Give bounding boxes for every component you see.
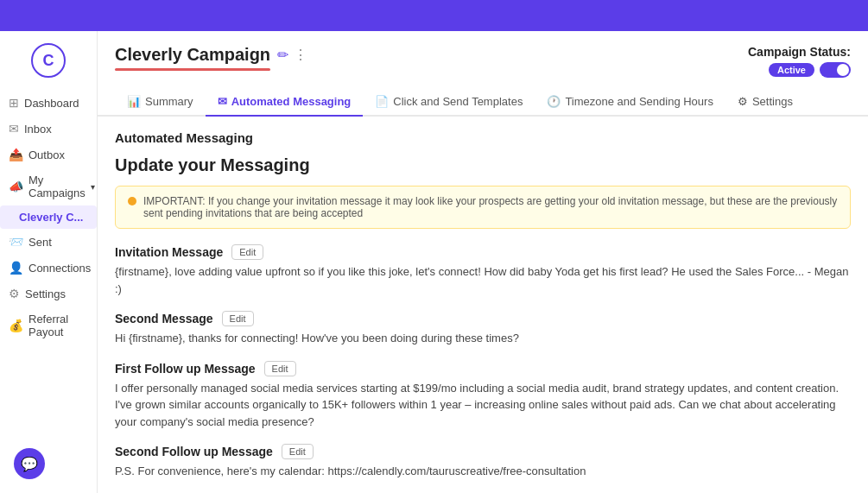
timezone-tab-icon: 🕐 xyxy=(547,95,561,108)
inbox-icon: ✉ xyxy=(9,122,19,136)
automated-messaging-tab-icon: ✉ xyxy=(218,95,227,108)
message-block-first-follow-up: First Follow up Message Edit I offer per… xyxy=(115,361,851,431)
first-follow-up-edit-button[interactable]: Edit xyxy=(264,361,296,376)
campaign-underline xyxy=(115,68,270,71)
tab-summary[interactable]: 📊 Summary xyxy=(115,88,206,117)
second-follow-up-edit-button[interactable]: Edit xyxy=(282,444,314,459)
second-follow-up-label: Second Follow up Message xyxy=(115,445,273,458)
update-messaging-title: Update your Messaging xyxy=(115,155,851,175)
sidebar-item-dashboard[interactable]: ⊞ Dashboard xyxy=(0,90,97,116)
toggle-knob xyxy=(837,64,849,76)
tab-timezone[interactable]: 🕐 Timezone and Sending Hours xyxy=(535,88,725,117)
chevron-down-icon: ▾ xyxy=(91,182,95,192)
campaign-status-label: Campaign Status: xyxy=(748,45,851,59)
content-area: Automated Messaging Update your Messagin… xyxy=(98,117,868,493)
dashboard-icon: ⊞ xyxy=(9,96,19,110)
second-message-text: Hi {firstname}, thanks for connecting! H… xyxy=(115,330,851,347)
second-follow-up-text: P.S. For convenience, here's my calendar… xyxy=(115,463,851,480)
campaign-status: Campaign Status: Active xyxy=(748,45,851,78)
sidebar-item-settings[interactable]: ⚙ Settings xyxy=(0,281,97,307)
sidebar-item-inbox[interactable]: ✉ Inbox xyxy=(0,116,97,142)
message-block-second-follow-up: Second Follow up Message Edit P.S. For c… xyxy=(115,444,851,480)
message-header-second: Second Message Edit xyxy=(115,311,851,326)
message-header-invitation: Invitation Message Edit xyxy=(115,244,851,260)
main-content: Cleverly Campaign ✏ ⋮ Campaign Status: A… xyxy=(98,31,868,493)
chat-icon: 💬 xyxy=(21,456,38,472)
invitation-message-label: Invitation Message xyxy=(115,245,223,259)
more-options-icon[interactable]: ⋮ xyxy=(294,47,307,63)
first-follow-up-label: First Follow up Message xyxy=(115,362,256,376)
sidebar-item-outbox[interactable]: 📤 Outbox xyxy=(0,142,97,167)
status-badge: Active xyxy=(769,63,814,77)
sidebar-item-my-campaigns[interactable]: 📣 My Campaigns ▾ xyxy=(0,167,97,205)
second-edit-button[interactable]: Edit xyxy=(222,311,254,326)
logo[interactable]: C xyxy=(31,43,66,78)
summary-tab-icon: 📊 xyxy=(127,95,141,108)
section-title: Automated Messaging xyxy=(115,130,851,145)
connections-icon: 👤 xyxy=(9,261,23,275)
invitation-message-text: {firstname}, love adding value upfront s… xyxy=(115,263,851,297)
campaign-title-icons: ✏ ⋮ xyxy=(277,47,307,63)
referral-icon: 💰 xyxy=(9,319,23,332)
warning-box: IMPORTANT: If you change your invitation… xyxy=(115,186,851,229)
settings-icon: ⚙ xyxy=(9,287,20,300)
edit-icon[interactable]: ✏ xyxy=(277,47,288,63)
campaigns-icon: 📣 xyxy=(9,180,23,193)
message-block-invitation: Invitation Message Edit {firstname}, lov… xyxy=(115,244,851,297)
active-toggle[interactable] xyxy=(820,62,851,78)
tab-automated-messaging[interactable]: ✉ Automated Messaging xyxy=(206,88,364,117)
outbox-icon: 📤 xyxy=(9,148,23,161)
warning-dot xyxy=(128,197,136,205)
sidebar-item-sent[interactable]: 📨 Sent xyxy=(0,229,97,255)
message-block-second: Second Message Edit Hi {firstname}, than… xyxy=(115,311,851,347)
message-header-first-follow-up: First Follow up Message Edit xyxy=(115,361,851,376)
tab-settings[interactable]: ⚙ Settings xyxy=(725,88,805,117)
sidebar: C ⊞ Dashboard ✉ Inbox 📤 Outbox 📣 My Camp… xyxy=(0,31,98,493)
second-message-label: Second Message xyxy=(115,312,213,326)
invitation-edit-button[interactable]: Edit xyxy=(231,244,263,260)
first-follow-up-text: I offer personally managed social media … xyxy=(115,380,851,431)
status-toggle: Active xyxy=(769,62,851,78)
message-header-second-follow-up: Second Follow up Message Edit xyxy=(115,444,851,459)
campaign-title: Cleverly Campaign xyxy=(115,45,270,65)
click-send-tab-icon: 📄 xyxy=(375,95,389,108)
sent-icon: 📨 xyxy=(9,235,23,249)
campaign-title-row: Cleverly Campaign ✏ ⋮ xyxy=(115,45,307,65)
warning-text: IMPORTANT: If you change your invitation… xyxy=(143,195,838,219)
sidebar-item-cleverly-c[interactable]: Cleverly C... xyxy=(0,205,97,229)
chat-bubble[interactable]: 💬 xyxy=(14,448,45,479)
sidebar-item-referral-payout[interactable]: 💰 Referral Payout xyxy=(0,307,97,344)
settings-tab-icon: ⚙ xyxy=(738,95,748,108)
tabs-bar: 📊 Summary ✉ Automated Messaging 📄 Click … xyxy=(98,88,868,117)
sidebar-item-connections[interactable]: 👤 Connections xyxy=(0,255,97,281)
tab-click-and-send[interactable]: 📄 Click and Send Templates xyxy=(363,88,535,117)
campaign-header: Cleverly Campaign ✏ ⋮ Campaign Status: A… xyxy=(98,31,868,78)
top-bar xyxy=(0,0,868,31)
